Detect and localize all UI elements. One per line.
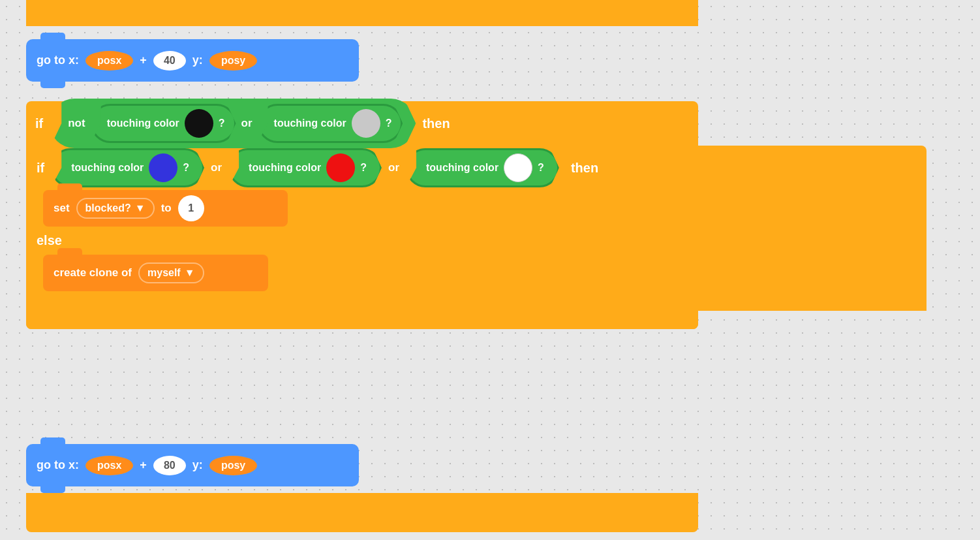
goto2-label: go to x:	[37, 458, 79, 472]
top-partial-bar-body	[26, 0, 698, 26]
inner-or2-label: or	[388, 161, 399, 174]
posx-oval[interactable]: posx	[85, 51, 133, 71]
posy2-oval[interactable]: posy	[209, 456, 257, 475]
tc2-label: touching color	[274, 118, 346, 129]
bottom-partial-bar	[26, 493, 698, 532]
value-oval[interactable]: 1	[178, 195, 204, 221]
set-block: set blocked? ▼ to 1	[43, 190, 288, 227]
iq1-label: ?	[183, 162, 189, 174]
outer-cond1: touching color ?	[91, 104, 236, 143]
color-dot-black[interactable]	[185, 109, 213, 138]
q1-label: ?	[219, 118, 225, 129]
itc1-label: touching color	[71, 162, 144, 174]
color-dot-blue[interactable]	[149, 153, 177, 182]
set-label: set	[54, 202, 70, 215]
goto-block-1: go to x: posx + 40 y: posy	[26, 39, 359, 82]
set-block-wrapper: set blocked? ▼ to 1	[43, 190, 926, 227]
outer-cond-group: not touching color ? or touching color ?	[50, 99, 416, 148]
inner-cond3: touching color ?	[406, 148, 559, 187]
outer-then-label: then	[422, 116, 450, 131]
num80-oval[interactable]: 80	[153, 456, 186, 475]
color-dot-red[interactable]	[326, 153, 355, 182]
myself-dropdown[interactable]: myself ▼	[138, 262, 204, 283]
y2-label: y:	[192, 458, 203, 472]
color-dot-gray[interactable]	[352, 109, 380, 138]
or1-label: or	[241, 117, 253, 130]
goto-label: go to x:	[37, 54, 79, 67]
inner-or1-label: or	[211, 161, 222, 174]
outer-if-block: if not touching color ? or touching colo…	[26, 101, 698, 329]
plus2-label: +	[140, 458, 147, 472]
tc1-label: touching color	[107, 118, 179, 129]
plus-label: +	[140, 54, 147, 67]
posx2-oval[interactable]: posx	[85, 456, 133, 475]
num40-oval[interactable]: 40	[153, 51, 186, 71]
itc3-label: touching color	[426, 162, 498, 174]
color-dot-white[interactable]	[504, 153, 532, 182]
inner-then-label: then	[571, 161, 598, 176]
goto-block-2: go to x: posx + 80 y: posy	[26, 444, 359, 486]
iq3-label: ?	[538, 162, 544, 174]
blocked-dropdown[interactable]: blocked? ▼	[76, 198, 155, 219]
inner-cond1: touching color ?	[51, 148, 204, 187]
to-label: to	[161, 202, 172, 215]
inner-close-bar	[26, 291, 926, 311]
q2-label: ?	[386, 118, 392, 129]
y-label: y:	[192, 54, 203, 67]
clone-label: create clone of	[54, 266, 132, 279]
else-row: else	[26, 227, 926, 255]
myself-arrow-icon: ▼	[185, 267, 195, 279]
inner-cond2: touching color ?	[228, 148, 382, 187]
inner-if-label: if	[37, 161, 44, 176]
clone-block-wrapper: create clone of myself ▼	[43, 255, 926, 291]
posy-oval[interactable]: posy	[209, 51, 257, 71]
outer-close-bar	[26, 311, 698, 329]
inner-if-row: if touching color ? or touching color ? …	[26, 146, 926, 190]
outer-cond2: touching color ?	[258, 104, 403, 143]
iq2-label: ?	[360, 162, 367, 174]
not-label: not	[68, 117, 85, 130]
inner-if-block: if touching color ? or touching color ? …	[26, 146, 926, 311]
outer-if-label: if	[35, 116, 43, 131]
itc2-label: touching color	[249, 162, 321, 174]
outer-if-row: if not touching color ? or touching colo…	[26, 101, 698, 146]
dropdown-arrow-icon: ▼	[135, 202, 145, 214]
clone-block: create clone of myself ▼	[43, 255, 268, 291]
